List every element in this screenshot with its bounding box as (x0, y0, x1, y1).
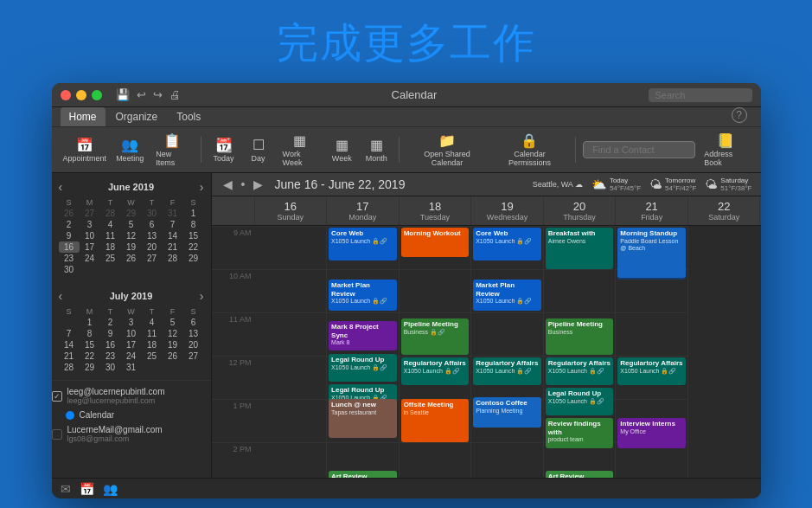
address-book-icon: 📒 (717, 132, 734, 149)
next-month-button[interactable]: › (200, 180, 204, 194)
mini-cal-july-header: ‹ July 2019 › (59, 289, 204, 303)
event-reg-tue[interactable]: Regulartory Affairs X1050 Launch 🔒🔗 (401, 357, 470, 385)
event-coreweb-wed[interactable]: Core Web X1050 Launch 🔒🔗 (473, 228, 541, 260)
day-header-16[interactable]: 16 Sunday (255, 196, 328, 225)
print-icon[interactable]: 🖨 (169, 88, 181, 101)
time-10am: 10 AM (212, 269, 255, 312)
month-button[interactable]: ▦ Month (361, 135, 392, 164)
sep2 (399, 137, 400, 163)
event-reg-wed[interactable]: Regulartory Affairs X1050 Launch 🔒🔗 (473, 357, 541, 385)
meeting-button[interactable]: 👥 Meeting (112, 135, 147, 164)
day-header-19[interactable]: 19 Wednesday (471, 196, 544, 225)
event-review-thu[interactable]: Review findings with product team (546, 418, 614, 448)
next-month2-button[interactable]: › (200, 289, 204, 303)
event-pipeline-thu[interactable]: Pipeline Meeting Business (546, 318, 614, 355)
event-mark8-mon[interactable]: Mark 8 Project Sync Mark 8 (329, 321, 397, 350)
mini-cal-june-header: ‹ June 2019 › (59, 180, 204, 194)
tab-organize[interactable]: Organize (107, 107, 167, 126)
event-market-plan-mon[interactable]: Market Plan Review X1050 Launch 🔒🔗 (329, 280, 397, 311)
new-items-button[interactable]: 📋 New Items (150, 131, 193, 169)
event-legal-thu[interactable]: Legal Round Up X1050 Launch 🔒🔗 (546, 388, 614, 415)
day-label: Day (252, 154, 265, 163)
time-9am: 9 AM (212, 226, 255, 269)
time-1pm: 1 PM (212, 399, 255, 442)
search-input[interactable] (649, 88, 752, 102)
today-button[interactable]: 📆 Today (208, 135, 240, 164)
find-contact-input[interactable] (583, 141, 695, 158)
day-header-18[interactable]: 18 Tuesday (400, 196, 472, 225)
day-header-22[interactable]: 22 Saturday (688, 196, 761, 225)
cal-permissions-button[interactable]: 🔒 Calendar Permissions (491, 131, 569, 169)
cal-account-1[interactable]: ✓ leeg@lucernepubintl.com leeg@lucernepu… (52, 384, 211, 408)
event-legal-mon[interactable]: Legal Round Up X1050 Launch 🔒🔗 (329, 354, 397, 382)
maximize-button[interactable] (92, 90, 102, 100)
time-12pm: 12 PM (212, 356, 255, 399)
event-breakfast-thu[interactable]: Breakfast with Aimee Owens (546, 228, 614, 269)
calendar-list: ✓ leeg@lucernepubintl.com leeg@lucernepu… (52, 380, 211, 449)
redo-icon[interactable]: ↪ (153, 88, 163, 101)
event-standup-fri[interactable]: Morning Standup Paddle Board Lesson @ Be… (617, 228, 686, 278)
status-bar: ✉ 📅 👥 (52, 478, 761, 498)
app-window: 💾 ↩ ↪ 🖨 Calendar Home Organize Tools ? 📅… (52, 83, 761, 498)
today-label: Today (214, 154, 234, 163)
cal-account-2-checkbox[interactable] (52, 429, 62, 440)
appointment-button[interactable]: 📅 Appointment (61, 135, 110, 164)
cal-today-dot[interactable]: • (239, 177, 248, 191)
nav-tabs: Home Organize Tools ? (52, 107, 761, 127)
toolbar-buttons: 📅 Appointment 👥 Meeting 📋 New Items 📆 To… (52, 127, 761, 172)
mini-cal-june-title: June 2019 (108, 182, 154, 192)
time-2pm: 2 PM (212, 442, 255, 478)
event-offsite-tue[interactable]: Offsite Meeting in Seattle (401, 399, 470, 442)
event-pipeline-tue[interactable]: Pipeline Meeting Business 🔒🔗 (401, 318, 470, 355)
cal-prev-button[interactable]: ◀ (221, 177, 235, 191)
undo-icon[interactable]: ↩ (137, 88, 146, 101)
day-col-4: Breakfast with Aimee Owens Pipeline Meet… (544, 226, 617, 478)
help-button[interactable]: ? (732, 107, 747, 123)
event-artreview-mon[interactable]: Art Review X1050 Launch Team / Design x1… (329, 471, 397, 478)
month-icon: ▦ (370, 137, 383, 153)
minimize-button[interactable] (76, 90, 86, 100)
event-reg-thu[interactable]: Regulartory Affairs X1050 Launch 🔒🔗 (546, 357, 614, 385)
event-core-web-mon[interactable]: Core Web X1050 Launch 🔒🔗 (329, 228, 397, 260)
open-shared-button[interactable]: 📁 Open Shared Calendar (406, 131, 488, 169)
today-icon: 📆 (215, 137, 233, 153)
main-content: ‹ June 2019 › SMTWTFS 26 27 28 29 30 31 (52, 173, 761, 478)
contacts-icon[interactable]: 👥 (103, 482, 118, 496)
save-icon[interactable]: 💾 (116, 88, 130, 101)
work-week-button[interactable]: ▦ Work Week (278, 131, 323, 169)
cal-account-1-name: leeg@lucernepubintl.com leeg@lucernepubi… (67, 387, 211, 405)
cal-account-1-sub[interactable]: Calendar (66, 408, 211, 422)
sep3 (575, 137, 576, 163)
cal-next-button[interactable]: ▶ (251, 177, 265, 191)
location-text: Seattle, WA ☁ (533, 180, 583, 189)
event-interview-fri[interactable]: Interview Interns My Office (617, 418, 686, 448)
tab-home[interactable]: Home (61, 107, 105, 126)
cal-account-2[interactable]: LucerneMail@gmail.com lgs08@gmail.com (52, 422, 211, 446)
event-artreview-thu[interactable]: Art Review X1050 Launch Team / Design x1… (546, 471, 614, 478)
address-book-label: Address Book (704, 150, 746, 167)
calendar-icon[interactable]: 📅 (80, 482, 94, 496)
event-contoso-wed[interactable]: Contoso Coffee Planning Meeting (473, 397, 541, 428)
mini-cal-june-grid: SMTWTFS 26 27 28 29 30 31 1 234 5678 (59, 197, 204, 275)
event-market-wed[interactable]: Market Plan Review X1050 Launch 🔒🔗 (473, 280, 541, 311)
prev-month-button[interactable]: ‹ (59, 180, 63, 194)
event-lunch-mon[interactable]: Lunch @ new Tapas restaurant (329, 399, 397, 438)
day-button[interactable]: ☐ Day (243, 135, 274, 164)
cal-nav-bar: ◀ • ▶ June 16 - June 22, 2019 Seattle, W… (212, 173, 761, 196)
close-button[interactable] (61, 90, 71, 100)
mail-icon[interactable]: ✉ (61, 482, 71, 496)
cal-nav-arrows: ◀ • ▶ (221, 177, 266, 191)
mini-cal-july: ‹ July 2019 › SMTWTFS 12 3456 789 101112… (52, 282, 211, 380)
week-button[interactable]: ▦ Week (326, 135, 357, 164)
address-book-button[interactable]: 📒 Address Book (699, 131, 751, 169)
cal-account-1-checkbox[interactable]: ✓ (52, 391, 62, 402)
event-morning-workout[interactable]: Morning Workout (401, 228, 470, 257)
day-header-17[interactable]: 17 Monday (327, 196, 400, 225)
prev-month2-button[interactable]: ‹ (59, 289, 63, 303)
day-header-21[interactable]: 21 Friday (616, 196, 688, 225)
day-header-20[interactable]: 20 Thursday (544, 196, 617, 225)
weather-tomorrow-icon: 🌤 (649, 177, 662, 191)
event-reg-fri[interactable]: Regulartory Affairs X1050 Launch 🔒🔗 (617, 357, 686, 385)
meeting-icon: 👥 (121, 137, 138, 153)
tab-tools[interactable]: Tools (168, 107, 209, 126)
